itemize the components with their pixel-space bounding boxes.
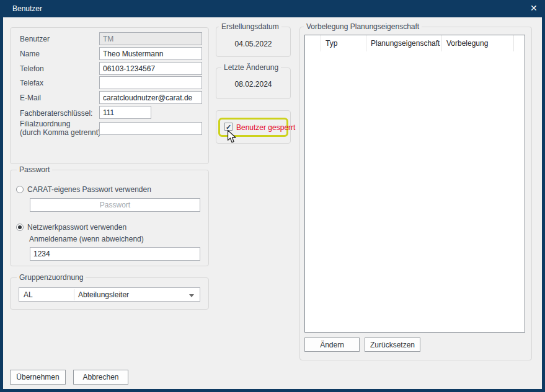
- dropdown-divider: [74, 289, 74, 300]
- erstellungsdatum-value: 04.05.2022: [216, 40, 290, 48]
- zuruecksetzen-button[interactable]: Zurücksetzen: [365, 338, 420, 352]
- benutzer-gesperrt-label[interactable]: Benutzer gesperrt: [236, 123, 295, 132]
- window-title: Benutzer: [12, 4, 42, 13]
- passwort-group-label: Passwort: [17, 165, 52, 174]
- name-field[interactable]: [99, 47, 202, 60]
- close-icon[interactable]: ✕: [530, 3, 538, 13]
- anmeldename-field[interactable]: [30, 247, 200, 261]
- letzte-aenderung-group: Letzte Änderung 08.02.2024: [216, 68, 291, 99]
- aendern-button[interactable]: Ändern: [304, 338, 360, 352]
- name-label: Name: [20, 50, 40, 58]
- column-typ[interactable]: Typ: [321, 35, 366, 51]
- fachberaterschluessel-label: Fachberaterschlüssel:: [20, 109, 92, 118]
- planungseigenschaft-table[interactable]: Typ Planungseigenschaft Vorbelegung: [304, 35, 525, 333]
- telefax-field[interactable]: [99, 76, 202, 89]
- gruppe-code: AL: [24, 290, 33, 299]
- telefon-label: Telefon: [20, 64, 44, 73]
- chevron-down-icon[interactable]: [189, 294, 194, 297]
- erstellungsdatum-group: Erstellungsdatum 04.05.2022: [216, 27, 291, 57]
- email-field[interactable]: [99, 91, 202, 104]
- column-planungseigenschaft[interactable]: Planungseigenschaft: [366, 35, 442, 51]
- fachberaterschluessel-field[interactable]: [99, 106, 151, 119]
- gruppenzuordnung-group-label: Gruppenzuordnung: [17, 273, 86, 282]
- filialzuordnung-label: Filialzuordnung: [20, 120, 70, 128]
- netzwerkpasswort-radio[interactable]: [16, 224, 24, 231]
- titlebar: Benutzer ✕: [0, 0, 545, 17]
- column-filler: [514, 35, 525, 51]
- letzte-aenderung-label: Letzte Änderung: [221, 63, 281, 72]
- filialzuordnung-field[interactable]: [99, 122, 202, 135]
- table-header: Typ Planungseigenschaft Vorbelegung: [305, 35, 525, 51]
- uebernehmen-button[interactable]: Übernehmen: [10, 370, 66, 385]
- abbrechen-button[interactable]: Abbrechen: [73, 370, 128, 385]
- vorbelegung-group-label: Vorbelegung Planungseigenschaft: [304, 22, 422, 31]
- gruppe-name: Abteilungsleiter: [78, 290, 129, 299]
- benutzer-field: [99, 32, 202, 45]
- gruppe-dropdown[interactable]: AL Abteilungsleiter: [19, 287, 200, 302]
- email-label: E-Mail: [20, 94, 41, 102]
- letzte-aenderung-value: 08.02.2024: [216, 80, 290, 89]
- benutzer-dialog: Benutzer ✕ Benutzer Name Telefon Telefax…: [0, 0, 545, 392]
- column-vorbelegung[interactable]: Vorbelegung: [442, 35, 514, 51]
- mouse-cursor-icon: [227, 129, 238, 144]
- passwort-input[interactable]: [30, 198, 200, 212]
- netzwerkpasswort-radio-label[interactable]: Netzwerkpasswort verwenden: [27, 223, 126, 232]
- erstellungsdatum-label: Erstellungsdatum: [219, 22, 281, 31]
- column-icon[interactable]: [305, 35, 321, 51]
- filialzuordnung-label-line2: (durch Komma getrennt): [20, 128, 100, 137]
- carat-passwort-radio-label[interactable]: CARAT-eigenes Passwort verwenden: [27, 185, 151, 194]
- carat-passwort-radio[interactable]: [16, 186, 24, 193]
- telefax-label: Telefax: [20, 79, 43, 87]
- anmeldename-label: Anmeldename (wenn abweichend): [29, 235, 144, 243]
- telefon-field[interactable]: [99, 62, 202, 75]
- benutzer-label: Benutzer: [20, 35, 50, 43]
